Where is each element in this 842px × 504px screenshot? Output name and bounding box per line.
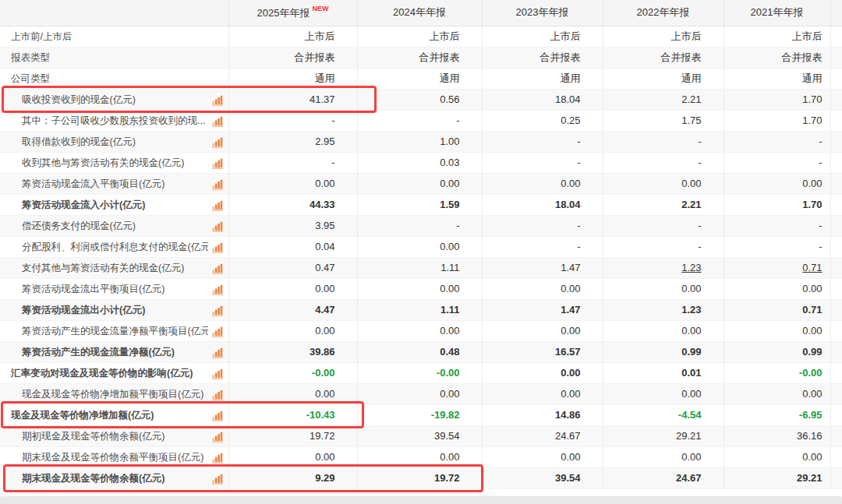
value-cell: -: [603, 215, 723, 236]
row-label: 报表类型: [11, 48, 208, 68]
value-cell: 1.47: [482, 257, 603, 278]
table-row: 期末现金及现金等价物余额(亿元)9.2919.7239.5424.6729.21: [0, 467, 842, 488]
bar-chart-icon[interactable]: [212, 116, 223, 127]
value-cell: 0.00: [357, 236, 482, 257]
value-cell: 合并报表: [723, 47, 830, 68]
value-cell: 通用: [357, 68, 482, 89]
value-cell: 36.16: [723, 425, 830, 446]
bar-chart-icon[interactable]: [212, 263, 223, 274]
bar-chart-icon[interactable]: [212, 284, 223, 295]
value-cell: 0.00: [357, 278, 482, 299]
bar-chart-icon[interactable]: [212, 221, 223, 232]
value-cell: 0.48: [357, 341, 482, 362]
row-label: 收到其他与筹资活动有关的现金(亿元): [22, 153, 208, 173]
value-cell: 合并报表: [603, 47, 723, 68]
table-row: 筹资活动现金流出小计(亿元)4.471.111.471.230.71: [0, 299, 842, 320]
value-cell-link[interactable]: 1.23: [603, 257, 723, 278]
value-cell: 1.70: [723, 89, 830, 110]
bar-chart-icon[interactable]: [212, 137, 223, 148]
cropped-column-cell: [830, 278, 842, 299]
value-cell: 0.00: [228, 320, 357, 341]
table-header-row: 2025年年报NEW2024年年报2023年年报2022年年报2021年年报: [0, 0, 842, 26]
value-cell: 合并报表: [357, 47, 482, 68]
cash-flow-statement-table: 2025年年报NEW2024年年报2023年年报2022年年报2021年年报 上…: [0, 0, 842, 489]
bar-chart-icon[interactable]: [212, 368, 223, 379]
value-cell: 上市后: [357, 26, 482, 47]
row-label-cell: 筹资活动现金流入小计(亿元): [0, 194, 228, 215]
row-label-cell: 偿还债务支付的现金(亿元): [0, 215, 228, 236]
table-row: 公司类型通用通用通用通用通用: [0, 68, 842, 89]
bar-chart-icon[interactable]: [212, 389, 223, 400]
value-cell-link[interactable]: 0.71: [723, 257, 830, 278]
table-row: 期末现金及现金等价物余额平衡项目(亿元)0.000.000.000.000.00: [0, 446, 842, 467]
header-label: 2025年年报: [257, 7, 310, 19]
cropped-column-cell: [830, 173, 842, 194]
bar-chart-icon[interactable]: [212, 432, 223, 442]
value-cell: 合并报表: [482, 47, 603, 68]
bar-chart-icon[interactable]: [212, 453, 223, 463]
table-row: 汇率变动对现金及现金等价物的影响(亿元)-0.00-0.000.000.01-0…: [0, 362, 842, 383]
row-label: 其中：子公司吸收少数股东投资收到的现...: [22, 111, 208, 131]
row-label-cell: 筹资活动产生的现金流量净额(亿元): [0, 341, 228, 362]
row-label-cell: 分配股利、利润或偿付利息支付的现金(亿元): [0, 236, 228, 257]
bar-chart-icon[interactable]: [212, 200, 223, 211]
value-cell: 0.00: [723, 173, 830, 194]
cropped-column-cell: [830, 404, 842, 425]
cropped-column-cell: [830, 425, 842, 446]
row-label: 筹资活动现金流出平衡项目(亿元): [22, 279, 208, 299]
bar-chart-icon[interactable]: [212, 158, 223, 169]
value-cell: 24.67: [603, 467, 723, 488]
financial-table-page: 2025年年报NEW2024年年报2023年年报2022年年报2021年年报 上…: [0, 0, 842, 504]
value-cell: 上市后: [482, 26, 603, 47]
value-cell: -: [357, 110, 482, 131]
cropped-column-cell: [830, 341, 842, 362]
table-row: 筹资活动现金流入平衡项目(亿元)0.000.000.000.000.00: [0, 173, 842, 194]
row-label-column-header: [0, 0, 228, 26]
row-label-cell: 收到其他与筹资活动有关的现金(亿元): [0, 152, 228, 173]
value-cell: 1.47: [482, 299, 603, 320]
cropped-column-cell: [830, 257, 842, 278]
bar-chart-icon[interactable]: [212, 326, 223, 337]
bar-chart-icon[interactable]: [212, 95, 223, 106]
bar-chart-icon[interactable]: [212, 411, 223, 421]
table-row: 支付其他与筹资活动有关的现金(亿元)0.471.111.471.230.71: [0, 257, 842, 278]
bar-chart-icon[interactable]: [212, 474, 223, 485]
row-label-cell: 公司类型: [0, 68, 228, 89]
value-cell: 0.00: [357, 383, 482, 404]
bar-chart-icon[interactable]: [212, 179, 223, 190]
value-cell: 0.00: [603, 383, 723, 404]
bar-chart-icon[interactable]: [212, 347, 223, 358]
value-cell: 24.67: [482, 425, 603, 446]
row-label-cell: 现金及现金等价物净增加额平衡项目(亿元): [0, 383, 228, 404]
value-cell: 通用: [603, 68, 723, 89]
row-label: 现金及现金等价物净增加额(亿元): [11, 405, 208, 425]
value-cell: 14.86: [482, 404, 603, 425]
value-cell: -: [723, 215, 830, 236]
row-label: 上市前/上市后: [11, 26, 208, 47]
value-cell: 0.56: [357, 89, 482, 110]
bar-chart-icon[interactable]: [212, 242, 223, 253]
table-row: 收到其他与筹资活动有关的现金(亿元)-0.03---: [0, 152, 842, 173]
value-cell: 0.99: [603, 341, 723, 362]
new-badge: NEW: [312, 5, 328, 12]
table-row: 筹资活动现金流入小计(亿元)44.331.5918.042.211.70: [0, 194, 842, 215]
table-row: 报表类型合并报表合并报表合并报表合并报表合并报表: [0, 47, 842, 68]
value-cell: -6.95: [723, 404, 830, 425]
value-cell: 0.00: [723, 320, 830, 341]
value-cell: 39.54: [357, 425, 482, 446]
value-cell: 0.00: [723, 446, 830, 467]
value-cell: 0.00: [482, 446, 603, 467]
row-label-cell: 报表类型: [0, 47, 228, 68]
row-label: 筹资活动产生的现金流量净额(亿元): [22, 342, 208, 362]
row-label: 取得借款收到的现金(亿元): [22, 132, 208, 152]
value-cell: -: [482, 131, 603, 152]
row-label: 期初现金及现金等价物余额(亿元): [22, 426, 208, 446]
value-cell: 上市后: [603, 26, 723, 47]
row-label-cell: 汇率变动对现金及现金等价物的影响(亿元): [0, 362, 228, 383]
table-row: 分配股利、利润或偿付利息支付的现金(亿元)0.040.00---: [0, 236, 842, 257]
row-label: 偿还债务支付的现金(亿元): [22, 216, 208, 236]
bar-chart-icon[interactable]: [212, 305, 223, 316]
row-label: 期末现金及现金等价物余额(亿元): [22, 468, 208, 488]
value-cell: -: [603, 152, 723, 173]
value-cell: 上市后: [723, 26, 830, 47]
